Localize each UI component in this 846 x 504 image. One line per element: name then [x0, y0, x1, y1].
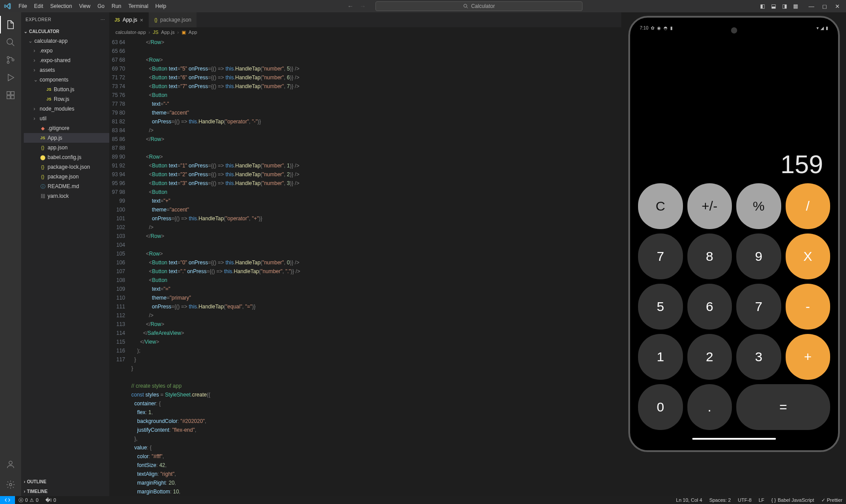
tree-item-components[interactable]: ⌄components — [24, 75, 109, 85]
tree-label: util — [40, 115, 46, 122]
calc-btn-[interactable]: = — [736, 384, 830, 430]
menu-view[interactable]: View — [75, 3, 94, 9]
calc-btn-1[interactable]: 1 — [638, 334, 683, 380]
status-problems[interactable]: ⓧ0 ⚠0 — [15, 497, 42, 504]
tree-label: package.json — [48, 174, 79, 180]
minimize-icon[interactable]: — — [809, 3, 814, 10]
toggle-panel-icon[interactable]: ⬓ — [771, 3, 776, 9]
tree-label: .expo — [40, 48, 52, 54]
remote-indicator[interactable] — [0, 496, 15, 504]
status-language[interactable]: { }Babel JavaScript — [768, 497, 818, 503]
breadcrumbs[interactable]: calculator-app› JS App.js› ▣ App — [109, 27, 621, 37]
sidebar-header: EXPLORER ⋯ — [21, 12, 109, 26]
calc-btn-6[interactable]: 6 — [687, 284, 732, 330]
home-indicator[interactable] — [692, 438, 776, 440]
chevron-icon: ⌄ — [33, 77, 38, 83]
calc-btn-5[interactable]: 5 — [638, 284, 683, 330]
nav-forward-icon[interactable]: → — [360, 3, 366, 10]
toggle-secondary-sidebar-icon[interactable]: ◨ — [782, 3, 787, 9]
tab-package-json[interactable]: {}package.json — [149, 12, 197, 27]
menu-edit[interactable]: Edit — [30, 3, 47, 9]
calc-btn-9[interactable]: 9 — [736, 233, 781, 279]
menu-terminal[interactable]: Terminal — [125, 3, 152, 9]
calc-btn-0[interactable]: 0 — [638, 384, 683, 430]
timeline-section[interactable]: ›TIMELINE — [21, 486, 109, 496]
accounts-icon[interactable] — [0, 456, 21, 473]
tree-item-yarn-lock[interactable]: ⛓yarn.lock — [24, 191, 109, 201]
calc-btn-7[interactable]: 7 — [638, 233, 683, 279]
code-content[interactable]: </Row> <Row> <Button text="5" onPress={(… — [131, 38, 300, 496]
menu-run[interactable]: Run — [108, 3, 125, 9]
calc-btn-3[interactable]: 3 — [736, 334, 781, 380]
calc-btn-8[interactable]: 8 — [687, 233, 732, 279]
status-indent[interactable]: Spaces: 2 — [706, 497, 735, 503]
outline-section[interactable]: ›OUTLINE — [21, 477, 109, 486]
tree-item--expo-shared[interactable]: ›.expo-shared — [24, 56, 109, 65]
tree-item-button-js[interactable]: JSButton.js — [24, 85, 109, 94]
status-eol[interactable]: LF — [755, 497, 768, 503]
tree-item-package-json[interactable]: {}package.json — [24, 172, 109, 182]
file-tree: ⌄calculator-app›.expo›.expo-shared›asset… — [21, 36, 109, 201]
status-ports[interactable]: �ì0 — [42, 497, 59, 503]
status-encoding[interactable]: UTF-8 — [735, 497, 755, 503]
calc-btn-[interactable]: - — [786, 284, 831, 330]
activity-bar — [0, 12, 21, 496]
calc-btn-7[interactable]: 7 — [736, 284, 781, 330]
command-center[interactable]: Calculator — [375, 1, 583, 11]
close-tab-icon[interactable]: × — [140, 17, 144, 23]
tree-item-babel-config-js[interactable]: ⬤babel.config.js — [24, 152, 109, 162]
status-bar: ⓧ0 ⚠0 �ì0 Ln 10, Col 4 Spaces: 2 UTF-8 L… — [0, 496, 846, 504]
calc-btn-2[interactable]: 2 — [687, 334, 732, 380]
tab-app-js[interactable]: JSApp.js× — [109, 12, 149, 27]
js-icon: JS — [153, 30, 159, 35]
window-controls: — ◻ ✕ — [802, 3, 846, 10]
tree-item-readme-md[interactable]: ⓘREADME.md — [24, 182, 109, 191]
breadcrumb-item[interactable]: calculator-app — [115, 30, 146, 35]
breadcrumb-item[interactable]: App — [189, 30, 197, 35]
calc-btn-x[interactable]: X — [786, 233, 831, 279]
code-editor[interactable]: 63 64 65 66 67 68 69 70 71 72 73 74 75 7… — [109, 37, 621, 496]
maximize-icon[interactable]: ◻ — [822, 3, 827, 10]
menu-go[interactable]: Go — [94, 3, 108, 9]
run-debug-icon[interactable] — [0, 69, 21, 86]
tree-item-app-js[interactable]: JSApp.js — [24, 133, 109, 143]
calc-btn-[interactable]: . — [687, 384, 732, 430]
tree-item-assets[interactable]: ›assets — [24, 65, 109, 75]
menu-file[interactable]: File — [15, 3, 30, 9]
breadcrumb-item[interactable]: App.js — [161, 30, 175, 35]
nav-back-icon[interactable]: ← — [347, 3, 353, 10]
calc-btn-c[interactable]: C — [638, 183, 683, 229]
chevron-icon: › — [33, 67, 38, 73]
search-activity-icon[interactable] — [0, 33, 21, 51]
tree-label: app.json — [48, 145, 67, 151]
toggle-primary-sidebar-icon[interactable]: ◧ — [760, 3, 765, 9]
editor-tabs: JSApp.js×{}package.json — [109, 12, 621, 27]
tree-item--expo[interactable]: ›.expo — [24, 46, 109, 56]
calc-btn-[interactable]: / — [786, 183, 831, 229]
status-prettier[interactable]: ✓Prettier — [818, 497, 846, 503]
chevron-icon: › — [33, 115, 38, 122]
close-icon[interactable]: ✕ — [835, 3, 840, 10]
tree-item-node-modules[interactable]: ›node_modules — [24, 104, 109, 114]
search-icon — [463, 4, 468, 9]
tree-item-calculator-app[interactable]: ⌄calculator-app — [24, 36, 109, 46]
extensions-icon[interactable] — [0, 86, 21, 104]
eol-label: LF — [759, 497, 764, 503]
explorer-icon[interactable] — [0, 16, 21, 33]
tree-item-row-js[interactable]: JSRow.js — [24, 94, 109, 104]
calc-btn-[interactable]: % — [736, 183, 781, 229]
menu-selection[interactable]: Selection — [47, 3, 75, 9]
menu-help[interactable]: Help — [152, 3, 170, 9]
tree-item-package-lock-json[interactable]: {}package-lock.json — [24, 162, 109, 172]
sidebar-more-icon[interactable]: ⋯ — [100, 17, 105, 22]
source-control-icon[interactable] — [0, 51, 21, 69]
tree-item-app-json[interactable]: {}app.json — [24, 143, 109, 152]
calc-btn-[interactable]: + — [786, 334, 831, 380]
settings-gear-icon[interactable] — [0, 476, 21, 493]
calc-btn-[interactable]: +/- — [687, 183, 732, 229]
tree-item--gitignore[interactable]: ◆.gitignore — [24, 123, 109, 133]
tree-item-util[interactable]: ›util — [24, 114, 109, 123]
customize-layout-icon[interactable]: ▦ — [793, 3, 798, 9]
sidebar-root-folder[interactable]: ⌄ CALCULATOR — [21, 26, 109, 36]
status-cursor[interactable]: Ln 10, Col 4 — [672, 497, 705, 503]
